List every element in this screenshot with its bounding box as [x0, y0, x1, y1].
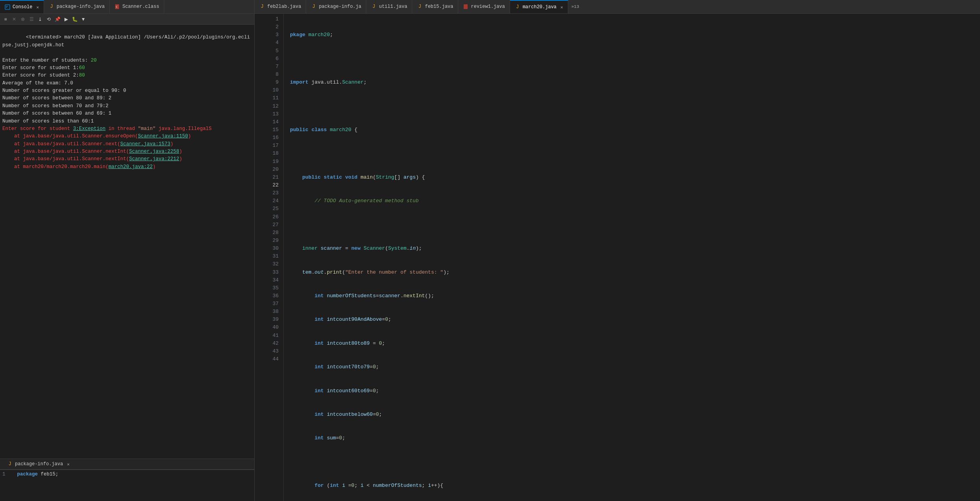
line-num-5: 5 [264, 47, 283, 55]
tab-util1-label: util1.java [379, 4, 407, 9]
code-line-8: // TODO Auto-generated method stub [290, 197, 980, 205]
line-num-23: 23 [264, 189, 283, 197]
scroll-lock-btn[interactable]: ⤓ [36, 15, 44, 23]
left-gutter [255, 14, 264, 501]
java-icon-march20: J [515, 4, 520, 10]
bottom-tab-label: package-info.java [15, 461, 63, 467]
code-editor: 1 2 3 4 5 6 7 8 9 10 11 12 13 14 15 16 1… [255, 14, 980, 501]
exception-link[interactable]: 3:Exception [73, 126, 106, 132]
svg-text:C: C [116, 5, 117, 9]
code-line-4 [290, 102, 980, 110]
code-line-7: public static void main(String[] args) { [290, 174, 980, 181]
debug-btn[interactable]: 🐛 [71, 15, 79, 23]
code-line-19 [290, 458, 980, 466]
code-line-10: inner scanner = new Scanner(System.in); [290, 245, 980, 252]
line-num-13: 13 [264, 110, 283, 118]
code-line-9 [290, 221, 980, 229]
right-tab-bar: J feb2lab.java J package-info.ja J util1… [255, 0, 980, 14]
line-num-2: 2 [264, 23, 283, 31]
java-icon-review [463, 4, 468, 9]
stack-link-2[interactable]: Scanner.java:1573 [120, 141, 171, 147]
console-icon [5, 4, 10, 10]
tab-feb2lab[interactable]: J feb2lab.java [255, 0, 306, 13]
line-num-25: 25 [264, 205, 283, 213]
console-toolbar: ■ ✕ ⊗ ☰ ⤓ ⟲ 📌 ▶ 🐛 ▼ [0, 14, 254, 25]
code-line-13: int intcount90AndAbove=0; [290, 316, 980, 324]
console-line-3: Enter score for student 2:80 [2, 72, 252, 79]
console-line-1: Enter the number of students: 20 [2, 57, 252, 64]
svg-rect-0 [5, 5, 10, 9]
tab-package-info-right[interactable]: J package-info.ja [306, 0, 366, 13]
code-line-2 [290, 55, 980, 63]
stack-link-4[interactable]: Scanner.java:2212 [129, 156, 180, 162]
tab-console-close[interactable]: ✕ [36, 5, 39, 10]
tab-march20-close[interactable]: ✕ [560, 5, 563, 10]
line-num-34: 34 [264, 276, 283, 284]
code-line-16: int intcount60to69=0; [290, 387, 980, 395]
tab-feb15[interactable]: J feb15.java [412, 0, 458, 13]
word-wrap-btn[interactable]: ⟲ [45, 15, 53, 23]
tab-util1[interactable]: J util1.java [366, 0, 412, 13]
line-num-36: 36 [264, 292, 283, 300]
java-icon-bottom: J [7, 461, 13, 467]
tab-console[interactable]: Console ✕ [0, 0, 44, 13]
line-num-44: 44 [264, 355, 283, 363]
code-line-15: int intcount70to79=0; [290, 363, 980, 371]
terminate-btn[interactable]: ■ [2, 15, 9, 23]
tab-review1[interactable]: review1.java [458, 0, 510, 13]
tab-feb15-label: feb15.java [425, 4, 453, 9]
line-num-33: 33 [264, 269, 283, 276]
open-console-btn[interactable]: ▼ [79, 15, 87, 23]
line-num-15: 15 [264, 126, 283, 134]
terminated-line: <terminated> march20 [Java Application] … [2, 26, 252, 57]
console-line-7: Number of scores between 70 and 79:2 [2, 102, 252, 110]
tab-overflow[interactable]: »13 [568, 4, 582, 9]
terminated-text: <terminated> march20 [Java Application] … [2, 35, 250, 48]
left-tab-bar: Console ✕ J package-info.java C Scanner.… [0, 0, 254, 14]
stack-3: at java.base/java.util.Scanner.nextInt(S… [2, 148, 252, 155]
java-icon-1: J [49, 4, 54, 9]
stack-link-5[interactable]: march20.java:22 [108, 164, 153, 170]
line-num-9: 9 [264, 79, 283, 86]
line-num-24: 24 [264, 197, 283, 205]
stack-link-1[interactable]: Scanner.java:1150 [138, 133, 188, 139]
tab-march20[interactable]: J march20.java ✕ [510, 0, 568, 13]
remove-launch-btn[interactable]: ✕ [10, 15, 18, 23]
left-panel: Console ✕ J package-info.java C Scanner.… [0, 0, 255, 501]
line-num-3: 3 [264, 31, 283, 39]
bottom-panel: 1 package feb15; [0, 470, 254, 501]
remove-all-btn[interactable]: ⊗ [19, 15, 27, 23]
code-line-14: int intcount80to89 = 0; [290, 340, 980, 347]
line-num-29: 29 [264, 237, 283, 245]
stack-2: at java.base/java.util.Scanner.next(Scan… [2, 141, 252, 148]
gutter-8 [255, 23, 264, 31]
stack-1: at java.base/java.util.Scanner.ensureOpe… [2, 133, 252, 140]
tab-package-info-bottom[interactable]: J package-info.java ✕ [2, 461, 74, 467]
tab-package-info-right-label: package-info.ja [319, 4, 361, 9]
code-line-18: int sum=0; [290, 434, 980, 442]
console-line-4: Average of the exam: 7.0 [2, 80, 252, 87]
line-num-12: 12 [264, 102, 283, 110]
code-line-1: pkage march20; [290, 31, 980, 39]
tab-scanner-class[interactable]: C Scanner.class [110, 0, 164, 13]
bottom-tab-close[interactable]: ✕ [67, 462, 70, 467]
line-num-7: 7 [264, 63, 283, 71]
code-line-11: tem.out.print("Enter the number of stude… [290, 269, 980, 276]
line-num-40: 40 [264, 324, 283, 331]
line-num-4: 4 [264, 39, 283, 47]
tab-review1-label: review1.java [471, 4, 505, 9]
tab-feb2lab-label: feb2lab.java [267, 4, 301, 9]
line-num-35: 35 [264, 284, 283, 292]
clear-console-btn[interactable]: ☰ [28, 15, 35, 23]
pin-btn[interactable]: 📌 [53, 15, 61, 23]
line-num-20: 20 [264, 166, 283, 174]
tab-console-label: Console [13, 4, 32, 10]
stack-link-3[interactable]: Scanner.java:2258 [129, 149, 180, 154]
run-btn[interactable]: ▶ [62, 15, 70, 23]
line-num-22: 22 [264, 181, 283, 189]
line-num-26: 26 [264, 213, 283, 221]
bottom-panel-content: 1 package feb15; [0, 470, 254, 501]
tab-package-info-left[interactable]: J package-info.java [44, 0, 110, 13]
console-line-6: Number of scores between 80 and 89: 2 [2, 95, 252, 102]
line-num-11: 11 [264, 94, 283, 102]
